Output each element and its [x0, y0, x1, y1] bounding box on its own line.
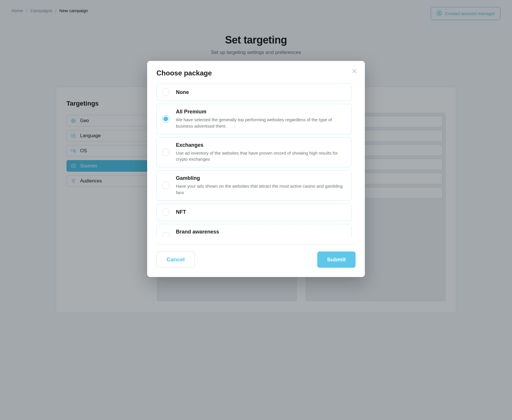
package-text: Brand awarenessRun your ad campaign on t… [176, 229, 346, 238]
package-option-none[interactable]: None [156, 84, 351, 101]
modal-actions: Cancel Submit [156, 251, 356, 268]
package-name: None [176, 89, 346, 95]
modal-overlay[interactable]: Choose package NoneAll PremiumWe have se… [0, 0, 512, 420]
package-name: NFT [176, 209, 346, 215]
radio-icon [162, 115, 170, 123]
package-option-premium[interactable]: All PremiumWe have selected the generall… [156, 104, 351, 134]
package-text: None [176, 89, 346, 95]
cancel-button[interactable]: Cancel [156, 251, 195, 268]
package-name: Gambling [176, 175, 346, 181]
radio-icon [162, 182, 170, 189]
package-desc: Use ad inventory of the websites that ha… [176, 150, 346, 163]
package-text: All PremiumWe have selected the generall… [176, 109, 346, 129]
modal-divider [156, 244, 356, 245]
package-option-gambling[interactable]: GamblingHave your ads shown on the websi… [156, 170, 351, 201]
radio-icon [162, 149, 170, 156]
close-icon [351, 68, 358, 75]
package-text: ExchangesUse ad inventory of the website… [176, 142, 346, 163]
package-name: All Premium [176, 109, 346, 115]
package-name: Brand awareness [176, 229, 346, 235]
package-desc: We have selected the generally top perfo… [176, 117, 346, 129]
close-button[interactable] [350, 67, 358, 75]
radio-icon [162, 88, 170, 96]
package-option-exchanges[interactable]: ExchangesUse ad inventory of the website… [156, 137, 351, 168]
package-name: Exchanges [176, 142, 346, 148]
radio-icon [162, 232, 170, 237]
package-option-nft[interactable]: NFT [156, 204, 351, 221]
package-text: GamblingHave your ads shown on the websi… [176, 175, 346, 196]
submit-button[interactable]: Submit [317, 251, 356, 268]
package-list[interactable]: NoneAll PremiumWe have selected the gene… [156, 84, 356, 237]
radio-icon [162, 209, 170, 216]
package-desc: Run your ad campaign on the most trendin… [176, 237, 346, 238]
package-text: NFT [176, 209, 346, 215]
choose-package-modal: Choose package NoneAll PremiumWe have se… [147, 61, 365, 277]
package-option-brand[interactable]: Brand awarenessRun your ad campaign on t… [156, 224, 351, 238]
modal-title: Choose package [156, 69, 356, 77]
package-desc: Have your ads shown on the websites that… [176, 183, 346, 196]
